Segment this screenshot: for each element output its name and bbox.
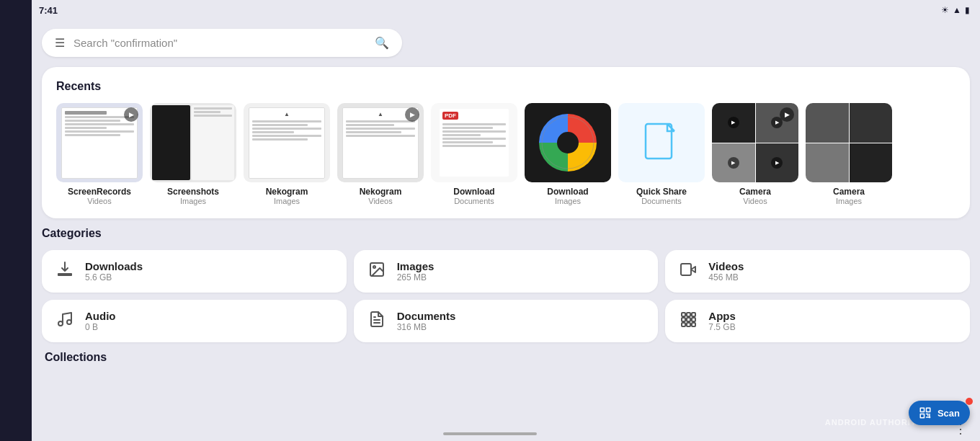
collections-title: Collections [42, 351, 970, 364]
list-item[interactable]: ▶ ▶ ▶ ▶ ▶ Camera Vide [712, 103, 798, 205]
search-bar[interactable]: ☰ Search "confirmation" 🔍 [42, 29, 402, 57]
svg-rect-16 [682, 323, 685, 326]
category-size: 265 MB [397, 272, 435, 282]
battery-icon: ▮ [965, 5, 970, 15]
svg-point-3 [373, 266, 375, 268]
thumb-nekogram-img: ▲ [244, 103, 330, 182]
svg-rect-19 [920, 408, 924, 411]
svg-point-6 [58, 321, 63, 326]
status-bar: 7:41 ☀ ▲ ▮ [32, 0, 980, 20]
categories-section: Categories Downloads 5.6 GB [42, 227, 970, 342]
svg-rect-18 [692, 323, 695, 326]
svg-rect-11 [687, 313, 690, 316]
search-text: Search "confirmation" [74, 37, 366, 49]
recent-sublabel: Images [180, 197, 206, 205]
play-icon: ▶ [771, 157, 783, 169]
hamburger-icon[interactable]: ☰ [55, 36, 65, 50]
video-icon [678, 261, 698, 282]
category-name: Audio [85, 310, 116, 322]
svg-rect-4 [681, 264, 691, 275]
list-item[interactable]: ▲ ▶ Nekogram Videos [337, 103, 424, 205]
category-videos[interactable]: Videos 456 MB [665, 250, 970, 293]
search-icon[interactable]: 🔍 [375, 36, 389, 50]
category-name: Apps [708, 310, 736, 322]
left-bar [0, 0, 32, 441]
play-icon: ▶ [780, 107, 794, 122]
thumb-screenrecords: ▶ [56, 103, 143, 182]
recent-label: Nekogram [360, 187, 402, 197]
category-info: Images 265 MB [397, 260, 435, 282]
list-item[interactable]: Download Images [525, 103, 611, 205]
scan-fab[interactable]: Scan [909, 401, 970, 425]
list-item[interactable]: ▲ Nekogram Images [244, 103, 330, 205]
category-name: Videos [708, 260, 744, 272]
download-icon [55, 261, 75, 282]
category-info: Downloads 5.6 GB [85, 260, 143, 282]
status-icons: ☀ ▲ ▮ [941, 5, 970, 15]
recent-label: Download [453, 187, 494, 197]
category-info: Apps 7.5 GB [708, 310, 736, 332]
category-name: Images [397, 260, 435, 272]
list-item[interactable]: Screenshots Images [150, 103, 236, 205]
wifi-icon: ▲ [953, 5, 961, 15]
thumb-nekogram-vid: ▲ ▶ [337, 103, 424, 182]
category-name: Downloads [85, 260, 143, 272]
recents-scroll: ▶ ScreenRecords Videos [56, 103, 956, 205]
notification-dot [966, 398, 973, 405]
recent-sublabel: Images [555, 197, 581, 205]
category-documents[interactable]: Documents 316 MB [354, 300, 659, 342]
thumb-screenshots [150, 103, 236, 182]
recent-label: Camera [833, 187, 865, 197]
categories-grid: Downloads 5.6 GB Images 265 MB [42, 250, 970, 342]
svg-rect-12 [692, 313, 695, 316]
recent-label: Download [547, 187, 588, 197]
scan-label: Scan [937, 408, 960, 419]
category-size: 316 MB [397, 322, 456, 332]
category-size: 7.5 GB [708, 322, 736, 332]
audio-icon [55, 311, 75, 332]
thumb-camera-vid: ▶ ▶ ▶ ▶ ▶ [712, 103, 798, 182]
svg-rect-14 [687, 318, 690, 321]
recent-sublabel: Images [836, 197, 862, 205]
watermark: ANDROID AUTHORITY [825, 418, 922, 427]
image-icon [367, 261, 387, 282]
thumb-download-doc: PDF [431, 103, 517, 182]
svg-rect-15 [692, 318, 695, 321]
recents-card: Recents [42, 67, 970, 218]
category-info: Videos 456 MB [708, 260, 744, 282]
category-info: Documents 316 MB [397, 310, 456, 332]
category-apps[interactable]: Apps 7.5 GB [665, 300, 970, 342]
thumb-download-img [525, 103, 611, 182]
apps-icon [678, 311, 698, 332]
list-item[interactable]: Camera Images [806, 103, 892, 205]
recent-label: ScreenRecords [68, 187, 131, 197]
recent-sublabel: Videos [368, 197, 392, 205]
svg-rect-21 [920, 414, 924, 418]
recent-label: Screenshots [167, 187, 219, 197]
recent-sublabel: Documents [454, 197, 494, 205]
status-time: 7:41 [39, 5, 58, 16]
recent-sublabel: Images [274, 197, 300, 205]
list-item[interactable]: PDF Download Documents [431, 103, 517, 205]
svg-rect-20 [926, 408, 930, 411]
recents-title: Recents [56, 80, 956, 93]
category-audio[interactable]: Audio 0 B [42, 300, 347, 342]
svg-point-7 [67, 320, 71, 324]
recent-sublabel: Videos [743, 197, 767, 205]
category-size: 0 B [85, 322, 116, 332]
thumb-camera-img [806, 103, 892, 182]
play-icon: ▶ [728, 157, 739, 169]
recent-sublabel: Videos [87, 197, 111, 205]
category-size: 5.6 GB [85, 272, 143, 282]
category-name: Documents [397, 310, 456, 322]
list-item[interactable]: ▶ ScreenRecords Videos [56, 103, 143, 205]
recent-sublabel: Documents [641, 197, 682, 205]
category-downloads[interactable]: Downloads 5.6 GB [42, 250, 347, 293]
scan-icon [919, 406, 932, 419]
list-item[interactable]: Quick Share Documents [618, 103, 705, 205]
brightness-icon: ☀ [941, 5, 949, 15]
category-images[interactable]: Images 265 MB [354, 250, 659, 293]
main-content: ☰ Search "confirmation" 🔍 Recents [32, 20, 980, 441]
recent-label: Camera [739, 187, 771, 197]
svg-rect-10 [682, 313, 685, 316]
